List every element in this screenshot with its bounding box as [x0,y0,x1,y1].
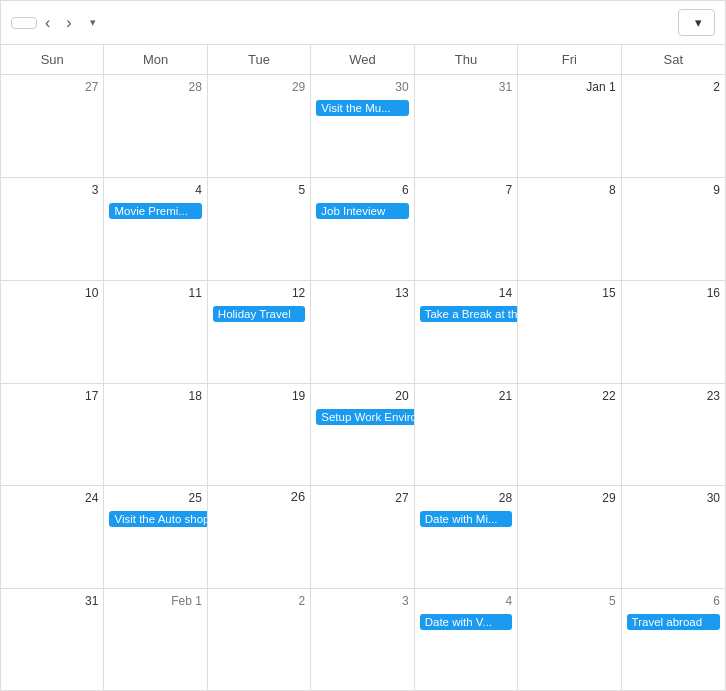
dow-cell-sat: Sat [622,45,725,75]
cell-date: 29 [292,78,305,96]
calendar-event[interactable]: Date with V... [420,614,512,630]
cell-date: 23 [707,387,720,405]
cell-date: 28 [499,489,512,507]
calendar-cell: 11 [104,281,207,383]
calendar-cell: 17 [1,384,104,486]
cell-date: 11 [188,284,201,302]
today-button[interactable] [11,17,37,29]
next-month-button[interactable]: › [58,10,79,36]
dow-cell-wed: Wed [311,45,414,75]
cell-date: 22 [602,387,615,405]
cell-date: 29 [602,489,615,507]
cell-date: 25 [188,489,201,507]
calendar-week-3: 17181920Setup Work Environment212223 [1,384,725,487]
calendar-cell: 7 [415,178,518,280]
calendar-container: ‹ › ▾ ▾ SunMonTueWedThuFriSat 27282930Vi… [0,0,726,691]
calendar-cell: 4Movie Premi... [104,178,207,280]
cell-date: 30 [395,78,408,96]
calendar-cell: 27 [1,75,104,177]
today-date: 26 [291,489,305,504]
calendar-event[interactable]: Travel abroad [627,614,720,630]
cell-date: 18 [188,387,201,405]
calendar-grid: 27282930Visit the Mu...31Jan 1234Movie P… [1,75,725,691]
cell-date: 3 [92,181,99,199]
dow-cell-thu: Thu [415,45,518,75]
calendar-week-4: 2425Visit the Auto shop262728Date with M… [1,486,725,589]
calendar-cell: 31 [1,589,104,691]
calendar-cell: 21 [415,384,518,486]
cell-date: 3 [402,592,409,610]
calendar-week-2: 101112Holiday Travel1314Take a Break at … [1,281,725,384]
calendar-cell: 2 [622,75,725,177]
cell-date: 10 [85,284,98,302]
calendar-cell: 23 [622,384,725,486]
calendar-cell: 20Setup Work Environment [311,384,414,486]
calendar-week-0: 27282930Visit the Mu...31Jan 12 [1,75,725,178]
calendar-event[interactable]: Movie Premi... [109,203,201,219]
dow-cell-fri: Fri [518,45,621,75]
cell-date: 15 [602,284,615,302]
calendar-event[interactable]: Visit the Mu... [316,100,408,116]
calendar-cell: 29 [208,75,311,177]
cell-date: 14 [499,284,512,302]
cell-date: 31 [85,592,98,610]
calendar-cell: 28Date with Mi... [415,486,518,588]
calendar-cell: 15 [518,281,621,383]
month-dropdown-icon: ▾ [90,16,96,29]
calendar-cell: 27 [311,486,414,588]
cell-date: 31 [499,78,512,96]
cell-date: 4 [505,592,512,610]
calendar-cell: 28 [104,75,207,177]
calendar-cell: 3 [311,589,414,691]
calendar-cell: Feb 1 [104,589,207,691]
cell-date: 2 [713,78,720,96]
cell-date: Jan 1 [586,78,615,96]
calendar-cell: Jan 1 [518,75,621,177]
calendar-cell: 12Holiday Travel [208,281,311,383]
calendar-cell: 26 [208,486,311,588]
calendar-cell: 2 [208,589,311,691]
day-of-week-row: SunMonTueWedThuFriSat [1,45,725,75]
prev-month-button[interactable]: ‹ [37,10,58,36]
calendar-cell: 10 [1,281,104,383]
calendar-cell: 6Travel abroad [622,589,725,691]
cell-date: 6 [713,592,720,610]
dow-cell-mon: Mon [104,45,207,75]
calendar-cell: 3 [1,178,104,280]
calendar-cell: 16 [622,281,725,383]
calendar-cell: 25Visit the Auto shop [104,486,207,588]
calendar-event[interactable]: Job Inteview [316,203,408,219]
cell-date: 24 [85,489,98,507]
view-selector-button[interactable]: ▾ [678,9,715,36]
calendar-cell: 18 [104,384,207,486]
calendar-event[interactable]: Take a Break at the Villa [420,306,518,322]
cell-date: 2 [299,592,306,610]
calendar-cell: 29 [518,486,621,588]
calendar-week-1: 34Movie Premi...56Job Inteview789 [1,178,725,281]
calendar-cell: 30Visit the Mu... [311,75,414,177]
cell-date: 8 [609,181,616,199]
view-dropdown-icon: ▾ [695,15,702,30]
cell-date: 28 [188,78,201,96]
cell-date: 7 [505,181,512,199]
calendar-cell: 22 [518,384,621,486]
calendar-cell: 6Job Inteview [311,178,414,280]
calendar-cell: 9 [622,178,725,280]
calendar-header: ‹ › ▾ ▾ [1,1,725,45]
calendar-cell: 8 [518,178,621,280]
cell-date: 21 [499,387,512,405]
calendar-cell: 31 [415,75,518,177]
calendar-cell: 24 [1,486,104,588]
calendar-event[interactable]: Date with Mi... [420,511,512,527]
calendar-event[interactable]: Setup Work Environment [316,409,414,425]
cell-date: 27 [85,78,98,96]
calendar-cell: 5 [208,178,311,280]
calendar-event[interactable]: Visit the Auto shop [109,511,207,527]
cell-date: 9 [713,181,720,199]
cell-date: 16 [707,284,720,302]
cell-date: 30 [707,489,720,507]
cell-date: 12 [292,284,305,302]
calendar-event[interactable]: Holiday Travel [213,306,305,322]
calendar-cell: 30 [622,486,725,588]
calendar-cell: 13 [311,281,414,383]
